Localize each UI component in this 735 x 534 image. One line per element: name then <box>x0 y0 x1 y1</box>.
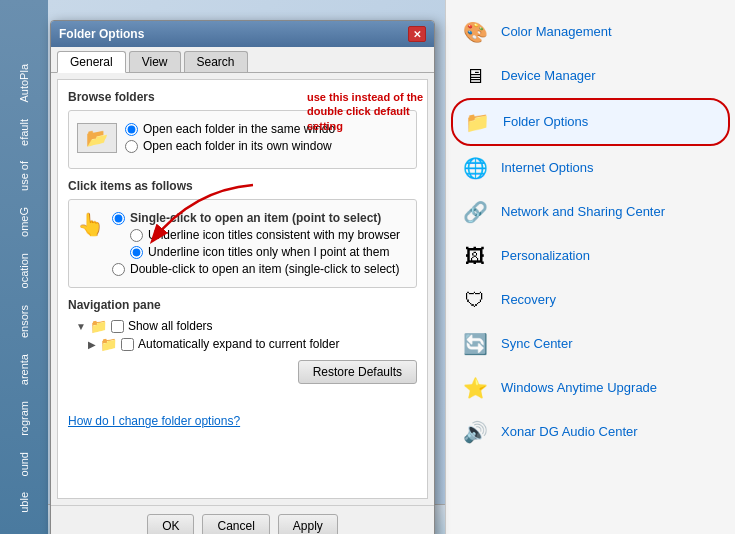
cp-item-network-and-sharing-center[interactable]: 🔗Network and Sharing Center <box>451 190 730 234</box>
browse-radio-same[interactable] <box>125 123 138 136</box>
sidebar-item[interactable]: AutoPla <box>19 64 30 103</box>
cp-icon: 🔊 <box>459 416 491 448</box>
nav-tree-expand: ▶ <box>88 339 96 350</box>
dialog-content: use this instead of the double click def… <box>57 79 428 499</box>
click-label-single: Single-click to open an item (point to s… <box>130 211 381 225</box>
cp-label: Device Manager <box>501 68 596 84</box>
click-radio-underline-hover[interactable] <box>130 246 143 259</box>
nav-pane-row-1: ▼ 📁 Show all folders <box>76 318 417 334</box>
restore-defaults-container: Restore Defaults <box>68 360 417 384</box>
sidebar-item[interactable]: ensors <box>19 305 30 338</box>
auto-expand-label: Automatically expand to current folder <box>138 337 339 351</box>
nav-pane-label: Navigation pane <box>68 298 417 312</box>
nav-tree-arrow: ▼ <box>76 321 86 332</box>
browse-option-same: Open each folder in the same windo <box>125 122 335 136</box>
click-icon-row: 👆 Single-click to open an item (point to… <box>77 208 408 279</box>
control-panel-list: 🎨Color Management🖥Device Manager📁Folder … <box>445 0 735 534</box>
sidebar-item[interactable]: arenta <box>19 354 30 385</box>
click-option-single: Single-click to open an item (point to s… <box>112 211 408 225</box>
cp-item-recovery[interactable]: 🛡Recovery <box>451 278 730 322</box>
cancel-button[interactable]: Cancel <box>202 514 269 534</box>
sidebar-item[interactable]: rogram <box>19 401 30 436</box>
cp-label: Personalization <box>501 248 590 264</box>
browse-label-own: Open each folder in its own window <box>143 139 332 153</box>
auto-expand-checkbox[interactable] <box>121 338 134 351</box>
cp-item-personalization[interactable]: 🖼Personalization <box>451 234 730 278</box>
ok-button[interactable]: OK <box>147 514 194 534</box>
browse-icon-row: 📂 Open each folder in the same windo Ope… <box>77 119 408 156</box>
cp-item-xonar-dg-audio-center[interactable]: 🔊Xonar DG Audio Center <box>451 410 730 454</box>
show-all-folders-checkbox[interactable] <box>111 320 124 333</box>
cp-icon: 🌐 <box>459 152 491 184</box>
cp-label: Network and Sharing Center <box>501 204 665 220</box>
nav-pane-section: Navigation pane ▼ 📁 Show all folders ▶ 📁… <box>68 298 417 352</box>
dialog-title: Folder Options <box>59 27 144 41</box>
sidebar-item[interactable]: omeG <box>19 207 30 237</box>
cp-label: Xonar DG Audio Center <box>501 424 638 440</box>
left-sidebar: AutoPlaefaultuse ofomeGocationensorsaren… <box>0 0 48 534</box>
cp-icon: 🎨 <box>459 16 491 48</box>
show-all-folders-label: Show all folders <box>128 319 213 333</box>
hand-icon: 👆 <box>77 212 104 238</box>
browse-radio-own[interactable] <box>125 140 138 153</box>
tab-view[interactable]: View <box>129 51 181 72</box>
browse-section: 📂 Open each folder in the same windo Ope… <box>68 110 417 169</box>
nav-pane-row-2: ▶ 📁 Automatically expand to current fold… <box>88 336 417 352</box>
cp-item-internet-options[interactable]: 🌐Internet Options <box>451 146 730 190</box>
folder-same-icon: 📂 <box>77 123 117 153</box>
click-option-double: Double-click to open an item (single-cli… <box>112 262 408 276</box>
cp-icon: 📁 <box>461 106 493 138</box>
cp-label: Windows Anytime Upgrade <box>501 380 657 396</box>
cp-icon: 🖼 <box>459 240 491 272</box>
click-label-underline-browser: Underline icon titles consistent with my… <box>148 228 400 242</box>
dialog-tabs: General View Search <box>51 47 434 73</box>
click-radio-underline-browser[interactable] <box>130 229 143 242</box>
cp-icon: 🔄 <box>459 328 491 360</box>
dialog-buttons: OK Cancel Apply <box>51 505 434 534</box>
sidebar-item[interactable]: ocation <box>19 253 30 288</box>
cp-label: Sync Center <box>501 336 573 352</box>
sidebar-item[interactable]: ound <box>19 452 30 476</box>
close-button[interactable]: ✕ <box>408 26 426 42</box>
cp-item-sync-center[interactable]: 🔄Sync Center <box>451 322 730 366</box>
cp-label: Internet Options <box>501 160 594 176</box>
cp-item-windows-anytime-upgrade[interactable]: ⭐Windows Anytime Upgrade <box>451 366 730 410</box>
cp-icon: ⭐ <box>459 372 491 404</box>
cp-item-device-manager[interactable]: 🖥Device Manager <box>451 54 730 98</box>
nav-folder-icon-2: 📁 <box>100 336 117 352</box>
cp-label: Recovery <box>501 292 556 308</box>
sidebar-item[interactable]: efault <box>19 119 30 146</box>
click-radio-double[interactable] <box>112 263 125 276</box>
cp-item-folder-options[interactable]: 📁Folder Options <box>451 98 730 146</box>
cp-label: Folder Options <box>503 114 588 130</box>
titlebar-controls: ✕ <box>408 26 426 42</box>
browse-label-same: Open each folder in the same windo <box>143 122 335 136</box>
click-section: 👆 Single-click to open an item (point to… <box>68 199 417 288</box>
browse-option-own: Open each folder in its own window <box>125 139 335 153</box>
restore-defaults-button[interactable]: Restore Defaults <box>298 360 417 384</box>
cp-label: Color Management <box>501 24 612 40</box>
cp-icon: 🖥 <box>459 60 491 92</box>
click-radio-single[interactable] <box>112 212 125 225</box>
folder-options-dialog: Folder Options ✕ General View Search use… <box>50 20 435 534</box>
apply-button[interactable]: Apply <box>278 514 338 534</box>
cp-icon: 🔗 <box>459 196 491 228</box>
cp-item-color-management[interactable]: 🎨Color Management <box>451 10 730 54</box>
click-label-underline-hover: Underline icon titles only when I point … <box>148 245 389 259</box>
click-option-underline-hover: Underline icon titles only when I point … <box>130 245 408 259</box>
browse-section-label: Browse folders <box>68 90 417 104</box>
cp-icon: 🛡 <box>459 284 491 316</box>
sidebar-item[interactable]: uble <box>19 492 30 513</box>
tab-search[interactable]: Search <box>184 51 248 72</box>
dialog-titlebar: Folder Options ✕ <box>51 21 434 47</box>
sidebar-item[interactable]: use of <box>19 161 30 191</box>
nav-folder-icon-1: 📁 <box>90 318 107 334</box>
tab-general[interactable]: General <box>57 51 126 73</box>
click-option-underline-browser: Underline icon titles consistent with my… <box>130 228 408 242</box>
click-section-label: Click items as follows <box>68 179 417 193</box>
click-label-double: Double-click to open an item (single-cli… <box>130 262 399 276</box>
help-link[interactable]: How do I change folder options? <box>68 414 417 428</box>
